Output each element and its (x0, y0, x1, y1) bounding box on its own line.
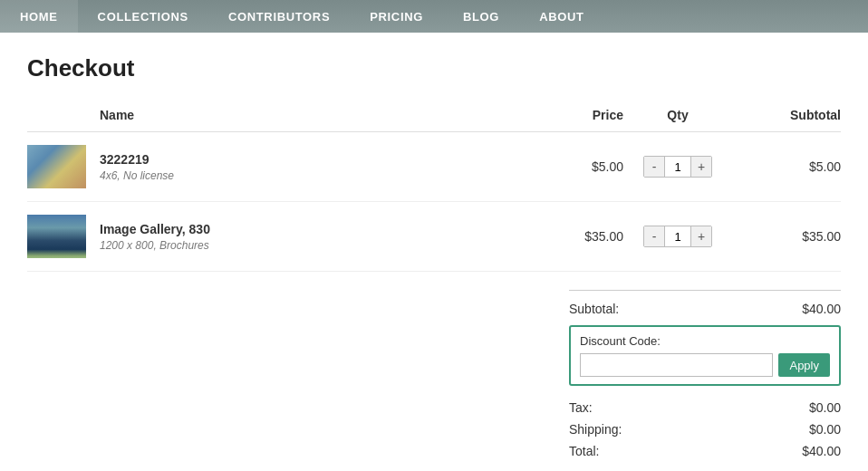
shipping-label: Shipping: (569, 422, 622, 437)
qty-plus-button[interactable]: + (691, 157, 711, 177)
subtotal-value: $40.00 (802, 302, 841, 316)
item-thumbnail-cell (27, 202, 100, 272)
item-qty-cell: -+ (623, 132, 732, 202)
total-line: Total: $40.00 (569, 440, 841, 462)
summary-section: Subtotal: $40.00 Discount Code: Apply Ta… (27, 290, 841, 462)
qty-control: -+ (643, 156, 712, 178)
col-thumb (27, 108, 100, 132)
nav-item-home[interactable]: HOME (0, 0, 78, 33)
item-thumbnail-cell (27, 132, 100, 202)
item-qty-cell: -+ (623, 202, 732, 272)
col-name-header: Name (100, 108, 515, 132)
item-price: $5.00 (515, 132, 623, 202)
col-qty-header: Qty (623, 108, 732, 132)
qty-plus-button[interactable]: + (691, 226, 711, 246)
nav-item-collections[interactable]: COLLECTIONS (78, 0, 208, 33)
shipping-line: Shipping: $0.00 (569, 418, 841, 440)
nav-item-about[interactable]: ABOUT (519, 0, 603, 33)
qty-control: -+ (643, 226, 712, 247)
table-row: 32222194x6, No license$5.00-+$5.00 (27, 132, 841, 202)
tax-label: Tax: (569, 400, 593, 415)
discount-row: Apply (580, 353, 830, 377)
col-price-header: Price (515, 108, 623, 132)
subtotal-line: Subtotal: $40.00 (569, 298, 841, 320)
item-sub: 1200 x 800, Brochures (100, 239, 515, 252)
item-name: 3222219 (100, 152, 515, 167)
item-name: Image Gallery, 830 (100, 222, 515, 236)
discount-input[interactable] (580, 353, 773, 377)
item-thumbnail (27, 145, 86, 188)
item-sub: 4x6, No license (100, 169, 515, 182)
tax-value: $0.00 (809, 400, 841, 415)
total-value: $40.00 (802, 444, 841, 458)
page-title: Checkout (27, 54, 841, 82)
total-label: Total: (569, 444, 599, 458)
apply-button[interactable]: Apply (778, 353, 830, 377)
item-name-cell: 32222194x6, No license (100, 132, 515, 202)
item-subtotal: $35.00 (732, 202, 841, 272)
summary-divider (569, 290, 841, 291)
nav-item-blog[interactable]: BLOG (443, 0, 519, 33)
qty-minus-button[interactable]: - (644, 226, 664, 246)
summary-box: Subtotal: $40.00 Discount Code: Apply Ta… (569, 290, 841, 462)
item-thumbnail (27, 215, 86, 258)
item-name-cell: Image Gallery, 8301200 x 800, Brochures (100, 202, 515, 272)
main-nav: HOMECOLLECTIONSCONTRIBUTORSPRICINGBLOGAB… (0, 0, 868, 33)
subtotal-label: Subtotal: (569, 302, 619, 316)
qty-input[interactable] (664, 157, 691, 177)
discount-box: Discount Code: Apply (569, 325, 841, 386)
item-subtotal: $5.00 (732, 132, 841, 202)
tax-line: Tax: $0.00 (569, 397, 841, 418)
shipping-value: $0.00 (809, 422, 841, 437)
qty-minus-button[interactable]: - (644, 157, 664, 177)
checkout-table: Name Price Qty Subtotal 32222194x6, No l… (27, 108, 841, 272)
discount-label: Discount Code: (580, 334, 830, 348)
nav-item-contributors[interactable]: CONTRIBUTORS (208, 0, 350, 33)
table-row: Image Gallery, 8301200 x 800, Brochures$… (27, 202, 841, 272)
qty-input[interactable] (664, 226, 691, 246)
nav-item-pricing[interactable]: PRICING (350, 0, 443, 33)
col-subtotal-header: Subtotal (732, 108, 841, 132)
item-price: $35.00 (515, 202, 623, 272)
page-content: Checkout Name Price Qty Subtotal 3222219… (0, 33, 868, 471)
